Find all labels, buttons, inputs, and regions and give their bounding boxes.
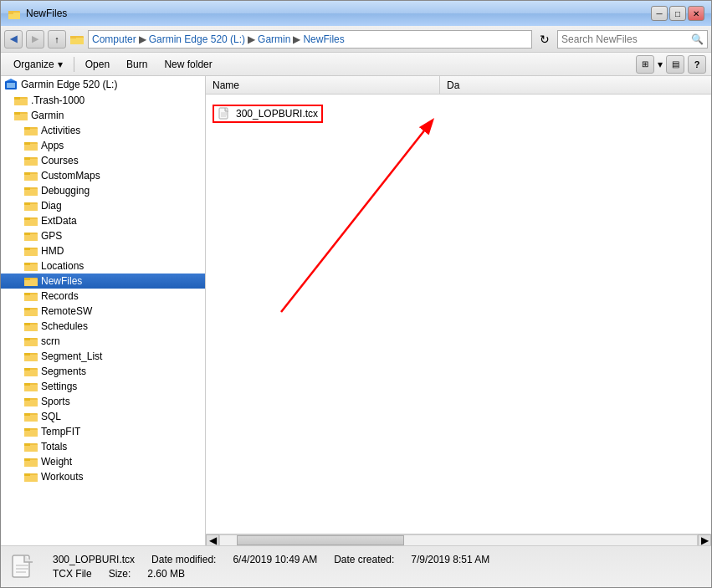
svg-rect-20: [24, 142, 30, 145]
sidebar-item-sql[interactable]: SQL: [1, 409, 205, 424]
status-filetype: TCX File: [53, 568, 92, 580]
svg-marker-8: [6, 79, 16, 81]
status-date-modified-label: Date modified:: [151, 554, 216, 565]
svg-rect-65: [24, 368, 30, 371]
status-bar: 300_LOPBURI.tcx Date modified: 6/4/2019 …: [1, 545, 711, 587]
help-button[interactable]: ?: [688, 55, 706, 74]
table-row[interactable]: 300_LOPBURI.tcx: [206, 101, 711, 126]
file-list[interactable]: 300_LOPBURI.tcx: [206, 95, 711, 534]
sidebar-item-remotesw[interactable]: RemoteSW: [1, 304, 205, 319]
svg-rect-29: [24, 187, 30, 190]
svg-rect-14: [14, 112, 20, 115]
svg-rect-70: [24, 400, 38, 406]
search-box[interactable]: 🔍: [557, 30, 708, 49]
sidebar-item-segment-list[interactable]: Segment_List: [1, 349, 205, 364]
sidebar-item-newfiles[interactable]: NewFiles: [1, 274, 205, 289]
sidebar-item-apps[interactable]: Apps: [1, 138, 205, 153]
svg-rect-10: [14, 99, 28, 105]
sidebar-item-label: Courses: [41, 155, 79, 166]
refresh-button[interactable]: ↻: [535, 30, 554, 49]
breadcrumb-drive[interactable]: Garmin Edge 520 (L:): [149, 33, 245, 45]
horizontal-scrollbar[interactable]: [219, 534, 698, 546]
sidebar-item-gps[interactable]: GPS: [1, 228, 205, 243]
svg-rect-13: [14, 114, 28, 120]
svg-rect-17: [24, 127, 30, 130]
sidebar-item-debugging[interactable]: Debugging: [1, 183, 205, 198]
sidebar-item-records[interactable]: Records: [1, 289, 205, 304]
sidebar-item-segments[interactable]: Segments: [1, 364, 205, 379]
preview-pane-button[interactable]: ▤: [666, 55, 684, 74]
view-toggle-button[interactable]: ⊞: [636, 55, 654, 74]
open-button[interactable]: Open: [78, 55, 117, 74]
sidebar-item-settings[interactable]: Settings: [1, 379, 205, 394]
svg-rect-76: [24, 430, 38, 437]
svg-rect-28: [24, 189, 38, 196]
main-content: Garmin Edge 520 (L:) .Trash-1000GarminAc…: [1, 76, 711, 545]
maximize-button[interactable]: □: [669, 6, 686, 21]
svg-rect-71: [24, 398, 30, 401]
folder-icon: [24, 215, 38, 227]
search-input[interactable]: [561, 33, 691, 45]
sidebar-item-totals[interactable]: Totals: [1, 439, 205, 454]
forward-button[interactable]: ▶: [26, 30, 44, 49]
folder-icon: [24, 290, 38, 302]
sidebar-item-locations[interactable]: Locations: [1, 258, 205, 274]
svg-rect-82: [24, 460, 38, 467]
col-date-header[interactable]: Da: [440, 79, 466, 91]
toolbar-right: ⊞ ▾ ▤ ?: [636, 55, 706, 74]
sidebar-item-label: Apps: [41, 140, 64, 151]
breadcrumb-computer[interactable]: Computer: [92, 33, 136, 45]
burn-button[interactable]: Burn: [119, 55, 155, 74]
explorer-window: NewFiles ─ □ ✕ ◀ ▶ ↑ Computer ▶ Garmin E…: [0, 0, 712, 588]
sidebar-item-schedules[interactable]: Schedules: [1, 319, 205, 334]
scroll-thumb[interactable]: [237, 535, 404, 545]
view-dropdown-icon: ▾: [658, 59, 663, 70]
svg-rect-44: [24, 263, 30, 265]
minimize-button[interactable]: ─: [651, 6, 668, 21]
sidebar-item-label: Debugging: [41, 185, 90, 197]
open-label: Open: [85, 59, 110, 70]
folder-icon: [24, 411, 38, 422]
scroll-right-button[interactable]: ▶: [698, 534, 711, 546]
sidebar-item-weight[interactable]: Weight: [1, 454, 205, 469]
toolbar: Organize ▾ Open Burn New folder ⊞ ▾ ▤ ?: [1, 53, 711, 76]
status-info: 300_LOPBURI.tcx Date modified: 6/4/2019 …: [53, 554, 489, 580]
folder-icon: [14, 110, 28, 121]
sidebar-item-label: Schedules: [41, 320, 88, 332]
new-folder-button[interactable]: New folder: [156, 55, 219, 74]
sidebar-item-tempfit[interactable]: TempFIT: [1, 424, 205, 439]
close-button[interactable]: ✕: [688, 6, 704, 21]
folder-icon: [24, 320, 38, 332]
svg-rect-58: [24, 340, 38, 346]
organize-label: Organize: [13, 59, 54, 70]
folder-icon: [24, 381, 38, 392]
sidebar-item--trash-1000[interactable]: .Trash-1000: [1, 93, 205, 108]
sidebar-item-sports[interactable]: Sports: [1, 394, 205, 409]
status-date-created-label: Date created:: [334, 554, 394, 565]
sidebar-item-garmin[interactable]: Garmin: [1, 108, 205, 123]
sidebar-item-hmd[interactable]: HMD: [1, 243, 205, 258]
back-button[interactable]: ◀: [4, 30, 23, 49]
organize-button[interactable]: Organize ▾: [6, 55, 70, 74]
sidebar-item-courses[interactable]: Courses: [1, 153, 205, 168]
folder-icon: [24, 200, 38, 212]
breadcrumb-newfiles[interactable]: NewFiles: [303, 33, 344, 45]
folder-icon: [24, 471, 38, 483]
sidebar-item-workouts[interactable]: Workouts: [1, 469, 205, 484]
sidebar-item-activities[interactable]: Activities: [1, 123, 205, 138]
sidebar-item-scrn[interactable]: scrn: [1, 334, 205, 349]
col-name-header[interactable]: Name: [206, 76, 440, 94]
sidebar-item-custommaps[interactable]: CustomMaps: [1, 168, 205, 183]
up-button[interactable]: ↑: [48, 30, 66, 49]
sidebar-item-extdata[interactable]: ExtData: [1, 213, 205, 228]
drive-icon: [4, 78, 18, 91]
sidebar-item-diag[interactable]: Diag: [1, 198, 205, 213]
folder-icon: [24, 426, 38, 437]
sidebar-item-drive[interactable]: Garmin Edge 520 (L:): [1, 76, 205, 93]
svg-rect-19: [24, 144, 38, 151]
scroll-left-button[interactable]: ◀: [206, 534, 219, 546]
sidebar-item-label: Diag: [41, 200, 62, 212]
sidebar: Garmin Edge 520 (L:) .Trash-1000GarminAc…: [1, 76, 206, 545]
folder-icon: [24, 170, 38, 182]
breadcrumb-garmin[interactable]: Garmin: [258, 33, 290, 45]
